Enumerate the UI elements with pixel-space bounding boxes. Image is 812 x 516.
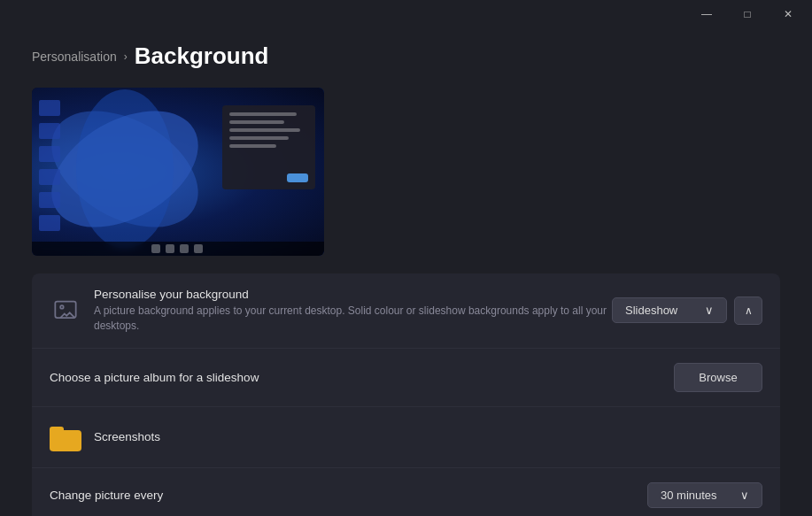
wallpaper-preview: [32, 88, 324, 256]
browse-button[interactable]: Browse: [674, 363, 762, 392]
breadcrumb-chevron-icon: ›: [124, 50, 128, 63]
content-area: Personalise your background A picture ba…: [0, 88, 812, 516]
dropdown-chevron-down-icon: ∨: [705, 304, 714, 317]
taskbar-icons-svg: [143, 242, 213, 256]
svg-rect-7: [39, 169, 60, 185]
image-icon-svg: [53, 298, 78, 323]
change-picture-chevron-icon: ∨: [740, 489, 749, 502]
window-small-button: [287, 173, 308, 182]
svg-rect-6: [39, 146, 60, 162]
choose-album-left: Choose a picture album for a slideshow: [50, 371, 674, 384]
window-line-2: [229, 120, 284, 124]
svg-point-15: [60, 305, 64, 309]
desktop-preview: [32, 88, 324, 256]
personalise-background-row: Personalise your background A picture ba…: [32, 273, 780, 349]
background-icon: [50, 295, 81, 327]
window-button-row: [229, 173, 308, 182]
background-type-value: Slideshow: [625, 304, 677, 317]
window-line-5: [229, 144, 276, 148]
personalise-row-right: Slideshow ∨ ∧: [612, 297, 762, 325]
svg-rect-12: [180, 244, 189, 253]
personalise-row-left: Personalise your background A picture ba…: [50, 288, 612, 334]
close-button[interactable]: ✕: [768, 0, 808, 28]
breadcrumb: Personalisation › Background: [0, 28, 812, 88]
title-bar: — □ ✕: [0, 0, 812, 28]
folder-icon: [50, 423, 81, 451]
folder-icon-container: [50, 421, 81, 453]
svg-rect-9: [39, 215, 60, 231]
change-picture-right: 30 minutes ∨: [647, 482, 762, 508]
window-preview: [222, 105, 315, 189]
wallpaper-flower-svg: [32, 88, 218, 251]
choose-album-text-block: Choose a picture album for a slideshow: [50, 371, 259, 384]
svg-rect-5: [39, 123, 60, 139]
folder-name: Screenshots: [94, 430, 160, 443]
settings-card: Personalise your background A picture ba…: [32, 273, 780, 516]
collapse-button[interactable]: ∧: [734, 297, 762, 325]
svg-rect-4: [39, 100, 60, 116]
maximize-button[interactable]: □: [727, 0, 768, 28]
personalise-text-block: Personalise your background A picture ba…: [94, 288, 607, 334]
taskbar-preview: [32, 242, 324, 256]
page-title: Background: [135, 42, 269, 70]
background-type-dropdown[interactable]: Slideshow ∨: [612, 297, 727, 323]
screenshots-folder-row: Screenshots: [32, 407, 780, 468]
change-picture-value: 30 minutes: [661, 489, 717, 502]
choose-album-title: Choose a picture album for a slideshow: [50, 371, 259, 384]
svg-rect-11: [166, 244, 174, 253]
svg-rect-10: [151, 244, 160, 253]
breadcrumb-parent[interactable]: Personalisation: [32, 50, 117, 64]
minimize-icon: —: [701, 8, 712, 20]
personalise-title: Personalise your background: [94, 288, 607, 301]
close-icon: ✕: [784, 8, 793, 20]
screenshots-folder-left: Screenshots: [50, 421, 762, 453]
choose-album-row: Choose a picture album for a slideshow B…: [32, 349, 780, 407]
change-picture-dropdown[interactable]: 30 minutes ∨: [647, 482, 762, 508]
change-picture-row: Change picture every 30 minutes ∨: [32, 468, 780, 516]
maximize-icon: □: [744, 8, 750, 20]
svg-rect-13: [194, 244, 203, 253]
choose-album-right: Browse: [674, 363, 762, 392]
window-line-1: [229, 112, 297, 116]
window-line-4: [229, 136, 289, 140]
collapse-icon: ∧: [745, 304, 753, 317]
svg-rect-8: [39, 192, 60, 208]
minimize-button[interactable]: —: [686, 0, 727, 28]
folder-body: [50, 430, 81, 451]
change-picture-title: Change picture every: [50, 489, 163, 502]
personalise-subtitle: A picture background applies to your cur…: [94, 304, 607, 334]
change-picture-left: Change picture every: [50, 489, 647, 502]
window-line-3: [229, 128, 300, 132]
